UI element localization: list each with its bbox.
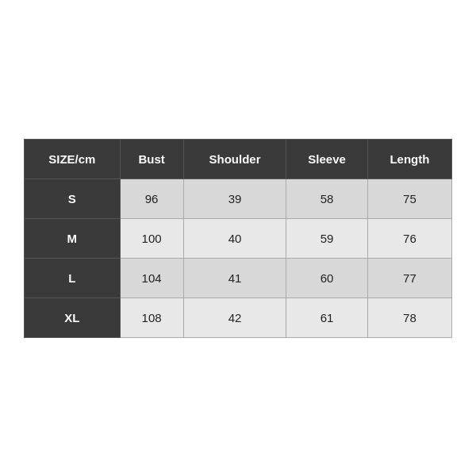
bust-l: 104 xyxy=(120,258,183,298)
header-bust: Bust xyxy=(120,139,183,178)
size-l: L xyxy=(25,258,121,298)
shoulder-xl: 42 xyxy=(183,298,286,337)
size-m: M xyxy=(25,218,121,258)
table-header-row: SIZE/cm Bust Shoulder Sleeve Length xyxy=(25,139,452,178)
table-row: M 100 40 59 76 xyxy=(25,218,452,258)
sleeve-l: 60 xyxy=(286,258,367,298)
bust-m: 100 xyxy=(120,218,183,258)
bust-s: 96 xyxy=(120,178,183,218)
shoulder-m: 40 xyxy=(183,218,286,258)
sleeve-xl: 61 xyxy=(286,298,367,337)
table-row: XL 108 42 61 78 xyxy=(25,298,452,337)
header-sleeve: Sleeve xyxy=(286,139,367,178)
size-xl: XL xyxy=(25,298,121,337)
table-row: S 96 39 58 75 xyxy=(25,178,452,218)
header-size: SIZE/cm xyxy=(25,139,121,178)
length-l: 77 xyxy=(367,258,451,298)
sleeve-m: 59 xyxy=(286,218,367,258)
shoulder-s: 39 xyxy=(183,178,286,218)
length-s: 75 xyxy=(367,178,451,218)
header-shoulder: Shoulder xyxy=(183,139,286,178)
size-chart-container: SIZE/cm Bust Shoulder Sleeve Length S 96… xyxy=(24,139,452,338)
size-chart-table: SIZE/cm Bust Shoulder Sleeve Length S 96… xyxy=(24,139,452,338)
length-m: 76 xyxy=(367,218,451,258)
bust-xl: 108 xyxy=(120,298,183,337)
table-row: L 104 41 60 77 xyxy=(25,258,452,298)
length-xl: 78 xyxy=(367,298,451,337)
shoulder-l: 41 xyxy=(183,258,286,298)
sleeve-s: 58 xyxy=(286,178,367,218)
header-length: Length xyxy=(367,139,451,178)
size-s: S xyxy=(25,178,121,218)
table-body: S 96 39 58 75 M 100 40 59 76 L 104 41 60… xyxy=(25,178,452,337)
